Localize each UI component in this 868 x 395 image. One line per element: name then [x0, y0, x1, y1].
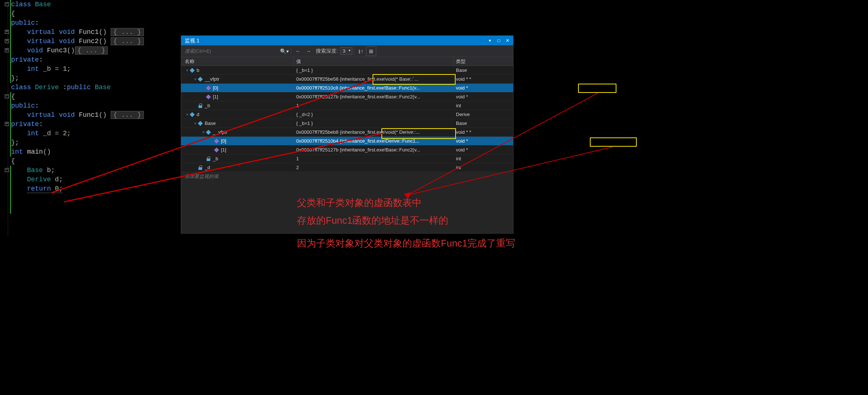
- watch-row[interactable]: [1]0x00007ff7ff25127b {inheritance_first…: [181, 146, 513, 154]
- annotation-line1: 父类和子类对象的虚函数表中: [297, 195, 422, 211]
- var-name: _b: [213, 156, 218, 161]
- fold-toggle[interactable]: +: [5, 48, 9, 52]
- dropdown-icon[interactable]: ▾: [486, 37, 494, 44]
- cube-icon: [214, 138, 219, 144]
- var-value: { _d=2 }: [294, 112, 454, 117]
- search-input[interactable]: [183, 47, 279, 55]
- var-name: Base: [205, 120, 216, 126]
- depth-label: 搜索深度:: [316, 48, 338, 55]
- fold-toggle[interactable]: +: [5, 30, 9, 34]
- var-name: [1]: [221, 147, 226, 153]
- nav-back-icon[interactable]: ←: [293, 46, 303, 56]
- var-value: 0x00007ff7ff25127b {inheritance_first.ex…: [294, 147, 454, 153]
- var-type: Derive: [454, 112, 513, 117]
- expand-toggle[interactable]: ▿: [201, 130, 205, 134]
- cube-icon: [197, 76, 203, 82]
- watch-row[interactable]: [1]0x00007ff7ff25127b {inheritance_first…: [181, 92, 513, 101]
- cube-icon: [205, 129, 211, 135]
- col-type[interactable]: 类型: [454, 57, 513, 66]
- separator: [354, 48, 354, 55]
- var-name: b: [197, 67, 199, 73]
- fold-toggle[interactable]: +: [5, 39, 9, 43]
- col-value[interactable]: 值: [294, 57, 454, 66]
- watch-row[interactable]: ▿Base{ _b=1 }Base: [181, 119, 513, 128]
- var-name: [1]: [213, 94, 218, 99]
- editor-gutter: − + + + − + −: [0, 0, 8, 236]
- lock-field-icon: [197, 165, 203, 171]
- annotation-line3: 因为子类对象对父类对象的虚函数Func1完成了重写: [297, 235, 515, 251]
- watch-title-text: 监视 1: [185, 36, 200, 45]
- var-value: 0x00007ff7ff25be58 {inheritance_first.ex…: [294, 76, 454, 82]
- var-name: _d: [205, 165, 210, 170]
- watch-row[interactable]: _b1int: [181, 154, 513, 163]
- var-value: { _b=1 }: [294, 67, 454, 73]
- cube-icon: [205, 85, 211, 91]
- expand-toggle[interactable]: ▿: [193, 77, 197, 81]
- var-type: void *: [454, 94, 513, 99]
- cube-icon: [214, 147, 219, 153]
- watch-row[interactable]: ▿__vfptr0x00007ff7ff25beb8 {inheritance_…: [181, 128, 513, 137]
- watch-titlebar[interactable]: 监视 1 ▾ □ ✕: [181, 36, 513, 45]
- var-type: int: [454, 165, 513, 170]
- cube-icon: [197, 120, 203, 126]
- nav-forward-icon[interactable]: →: [303, 46, 314, 56]
- cube-icon: [189, 67, 195, 73]
- var-name: [0]: [221, 138, 226, 144]
- highlight-box: [590, 137, 637, 147]
- var-value: 1: [294, 156, 454, 161]
- watch-row[interactable]: _b1int: [181, 101, 513, 110]
- filter-icon[interactable]: ⫿↑: [356, 46, 366, 56]
- highlight-box: [578, 84, 616, 93]
- close-icon[interactable]: ✕: [504, 37, 512, 44]
- watch-row[interactable]: [0]0x00007ff7ff2510b4 {inheritance_first…: [181, 137, 513, 146]
- add-watch-item[interactable]: 添加要监视的项: [181, 172, 513, 181]
- fold-toggle[interactable]: −: [5, 2, 9, 6]
- view-mode-icon[interactable]: ⊞: [366, 46, 376, 56]
- var-value: 0x00007ff7ff2510b4 {inheritance_first.ex…: [294, 138, 454, 144]
- watch-body: ▿b{ _b=1 }Base▿__vfptr0x00007ff7ff25be58…: [181, 66, 513, 172]
- maximize-icon[interactable]: □: [495, 37, 503, 44]
- var-type: void *: [454, 85, 513, 91]
- expand-toggle[interactable]: ▿: [185, 68, 189, 72]
- var-type: Base: [454, 67, 513, 73]
- var-name: [0]: [213, 85, 218, 91]
- code-content[interactable]: class Base{public: virtual void Func1() …: [11, 0, 144, 193]
- var-value: 0x00007ff7ff25127b {inheritance_first.ex…: [294, 94, 454, 99]
- cube-icon: [205, 94, 211, 100]
- depth-select[interactable]: 3: [340, 47, 352, 55]
- fold-toggle[interactable]: −: [5, 168, 9, 172]
- watch-row[interactable]: ▿b{ _b=1 }Base: [181, 66, 513, 75]
- var-name: __vfptr: [213, 129, 228, 135]
- var-name: d: [197, 112, 199, 117]
- col-name[interactable]: 名称: [181, 57, 294, 66]
- var-type: void * *: [454, 129, 513, 135]
- watch-toolbar: 🔍▾ ← → 搜索深度: 3 ⫿↑ ⊞: [181, 45, 513, 57]
- watch-row[interactable]: ▿__vfptr0x00007ff7ff25be58 {inheritance_…: [181, 75, 513, 84]
- watch-row[interactable]: [0]0x00007ff7ff2510c8 {inheritance_first…: [181, 84, 513, 92]
- fold-toggle[interactable]: +: [5, 122, 9, 126]
- search-icon[interactable]: 🔍▾: [279, 46, 290, 56]
- var-name: _b: [205, 103, 210, 108]
- var-type: int: [454, 156, 513, 161]
- watch-header: 名称 值 类型: [181, 57, 513, 66]
- expand-toggle[interactable]: ▿: [185, 112, 189, 116]
- var-value: { _b=1 }: [294, 120, 454, 126]
- expand-toggle[interactable]: ▿: [193, 121, 197, 125]
- var-value: 2: [294, 165, 454, 170]
- cube-icon: [189, 112, 195, 118]
- var-value: 0x00007ff7ff2510c8 {inheritance_first.ex…: [294, 85, 454, 91]
- var-type: void * *: [454, 76, 513, 82]
- var-type: int: [454, 103, 513, 108]
- watch-row[interactable]: _d2int: [181, 163, 513, 172]
- var-value: 1: [294, 103, 454, 108]
- var-name: __vfptr: [205, 76, 219, 82]
- lock-field-icon: [197, 103, 203, 109]
- separator: [291, 48, 291, 55]
- var-type: void *: [454, 147, 513, 153]
- annotation-line2: 存放的Func1函数的地址是不一样的: [297, 212, 448, 228]
- watch-row[interactable]: ▿d{ _d=2 }Derive: [181, 110, 513, 119]
- var-type: void *: [454, 138, 513, 144]
- code-editor[interactable]: − + + + − + − class Base{public: virtual…: [0, 0, 181, 236]
- var-type: Base: [454, 120, 513, 126]
- fold-toggle[interactable]: −: [5, 94, 9, 98]
